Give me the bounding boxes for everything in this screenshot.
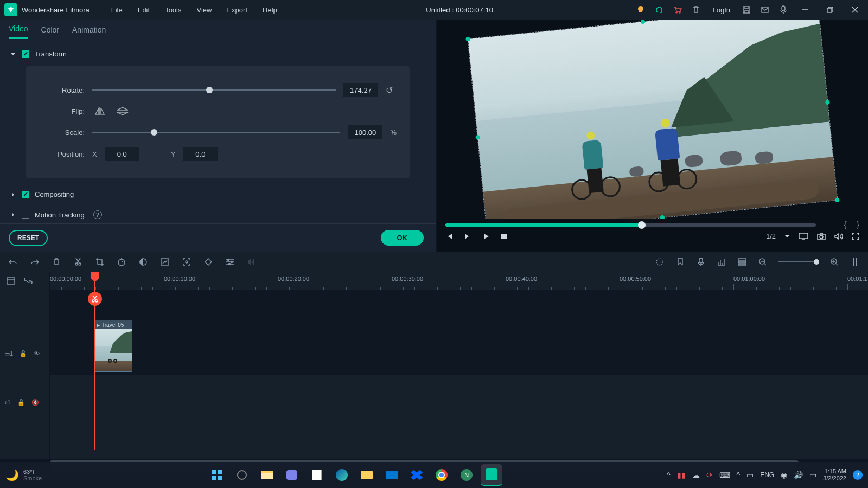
menu-export[interactable]: Export xyxy=(220,3,254,17)
rotate-reset-icon[interactable]: ↺ xyxy=(386,85,397,95)
render-preview-button[interactable] xyxy=(654,256,665,267)
taskbar-chat[interactable] xyxy=(281,464,303,486)
cut-button[interactable] xyxy=(73,256,84,267)
position-x-input[interactable] xyxy=(105,147,139,161)
mark-out-button[interactable]: } xyxy=(857,220,859,230)
link-icon[interactable] xyxy=(23,275,34,286)
cart-icon[interactable] xyxy=(672,4,683,15)
tray-expand-icon[interactable]: ^ xyxy=(667,471,671,479)
tab-animation[interactable]: Animation xyxy=(72,21,106,38)
transform-checkbox[interactable] xyxy=(22,50,29,58)
menu-edit[interactable]: Edit xyxy=(131,3,156,17)
transform-section-header[interactable]: Transform xyxy=(10,47,426,61)
mark-in-button[interactable]: { xyxy=(844,220,846,230)
track-manager-button[interactable] xyxy=(737,256,748,267)
tray-volume-icon[interactable]: 🔊 xyxy=(794,471,803,479)
undo-button[interactable] xyxy=(8,256,18,267)
transform-handle[interactable] xyxy=(640,20,645,24)
lightbulb-icon[interactable] xyxy=(635,4,646,15)
visibility-icon[interactable]: 👁 xyxy=(34,350,40,357)
caret-right-icon[interactable] xyxy=(10,191,16,198)
keyframe-button[interactable] xyxy=(203,256,214,267)
audio-track[interactable] xyxy=(50,375,868,426)
tab-video[interactable]: Video xyxy=(9,20,28,39)
timeline-option-icon[interactable] xyxy=(5,275,16,286)
zoom-fit-button[interactable] xyxy=(850,256,860,267)
marker-button[interactable] xyxy=(675,256,686,267)
snapshot-icon[interactable] xyxy=(817,233,826,240)
tray-expand2-icon[interactable]: ^ xyxy=(737,471,741,479)
caret-right-icon[interactable] xyxy=(10,211,16,218)
mic-icon[interactable] xyxy=(778,4,789,15)
login-button[interactable]: LogIn xyxy=(709,6,733,14)
caret-down-icon[interactable] xyxy=(10,51,16,57)
lock-icon[interactable]: 🔓 xyxy=(17,399,25,406)
taskbar-filmora[interactable] xyxy=(481,464,502,486)
notification-badge[interactable]: 2 xyxy=(853,470,863,480)
progress-thumb[interactable] xyxy=(638,221,646,229)
save-icon[interactable] xyxy=(741,4,752,15)
preview-viewport[interactable] xyxy=(437,20,868,219)
trash-icon[interactable] xyxy=(691,4,701,15)
transform-handle[interactable] xyxy=(835,197,840,202)
menu-file[interactable]: File xyxy=(105,3,129,17)
transform-handle[interactable] xyxy=(475,134,480,139)
menu-tools[interactable]: Tools xyxy=(158,3,188,17)
compositing-section-header[interactable]: Compositing xyxy=(10,187,426,202)
taskbar-files[interactable] xyxy=(356,464,378,486)
taskbar-search[interactable] xyxy=(231,464,253,486)
lock-icon[interactable]: 🔓 xyxy=(20,350,27,357)
fullscreen-icon[interactable] xyxy=(852,233,859,240)
tab-color[interactable]: Color xyxy=(41,21,59,38)
position-y-input[interactable] xyxy=(183,147,218,161)
minimize-button[interactable] xyxy=(796,1,814,18)
transform-handle[interactable] xyxy=(465,36,470,41)
menu-help[interactable]: Help xyxy=(256,3,284,17)
tray-clock[interactable]: 1:15 AM3/2/2022 xyxy=(823,468,846,482)
weather-widget[interactable]: 🌙 63°FSmoke xyxy=(5,468,42,481)
tray-sync-icon[interactable]: ⟳ xyxy=(706,471,713,479)
taskbar-store[interactable] xyxy=(306,464,328,486)
ok-button[interactable]: OK xyxy=(381,230,424,246)
taskbar-chrome[interactable] xyxy=(431,464,452,486)
tray-app-icon[interactable]: ▮▮ xyxy=(677,471,686,479)
preview-quality[interactable]: 1/2 xyxy=(766,232,776,240)
zoom-out-button[interactable] xyxy=(757,256,768,267)
progress-bar[interactable]: {} 00:00:03:24 xyxy=(445,223,816,227)
motion-tracking-checkbox[interactable] xyxy=(22,211,29,219)
rotate-input[interactable] xyxy=(343,83,378,97)
audio-mix-button[interactable] xyxy=(716,256,727,267)
playhead-cut-button[interactable] xyxy=(88,292,102,306)
mail-icon[interactable] xyxy=(760,4,770,15)
tray-battery-icon[interactable]: ▭ xyxy=(809,471,816,479)
taskbar-explorer[interactable] xyxy=(256,464,278,486)
tray-onedrive-icon[interactable]: ☁ xyxy=(692,471,700,479)
adjust-button[interactable] xyxy=(225,256,235,267)
tray-wifi-icon[interactable]: ◉ xyxy=(781,471,787,479)
next-frame-button[interactable] xyxy=(464,233,471,240)
support-icon[interactable] xyxy=(654,4,665,15)
transform-handle[interactable] xyxy=(660,215,665,219)
rotate-slider[interactable] xyxy=(92,89,336,91)
scale-input[interactable] xyxy=(348,125,382,139)
reset-button[interactable]: RESET xyxy=(9,230,48,246)
scale-slider[interactable] xyxy=(92,132,340,133)
record-voiceover-button[interactable] xyxy=(695,256,706,267)
crop-button[interactable] xyxy=(94,256,105,267)
start-button[interactable] xyxy=(206,464,228,486)
green-screen-button[interactable] xyxy=(159,256,170,267)
play-button[interactable] xyxy=(482,233,490,240)
prev-frame-button[interactable] xyxy=(445,233,453,240)
maximize-button[interactable] xyxy=(821,1,839,18)
transform-handle[interactable] xyxy=(825,99,830,104)
chevron-down-icon[interactable] xyxy=(784,234,790,239)
zoom-slider[interactable] xyxy=(778,261,819,262)
mute-icon[interactable]: 🔇 xyxy=(31,399,39,406)
taskbar-app[interactable]: N xyxy=(456,464,477,486)
redo-button[interactable] xyxy=(29,256,40,267)
delete-button[interactable] xyxy=(51,256,62,267)
keyframe-fit-button[interactable] xyxy=(181,256,192,267)
help-icon[interactable]: ? xyxy=(93,210,102,219)
preview-canvas[interactable] xyxy=(467,20,838,219)
flip-vertical-button[interactable] xyxy=(115,105,130,118)
